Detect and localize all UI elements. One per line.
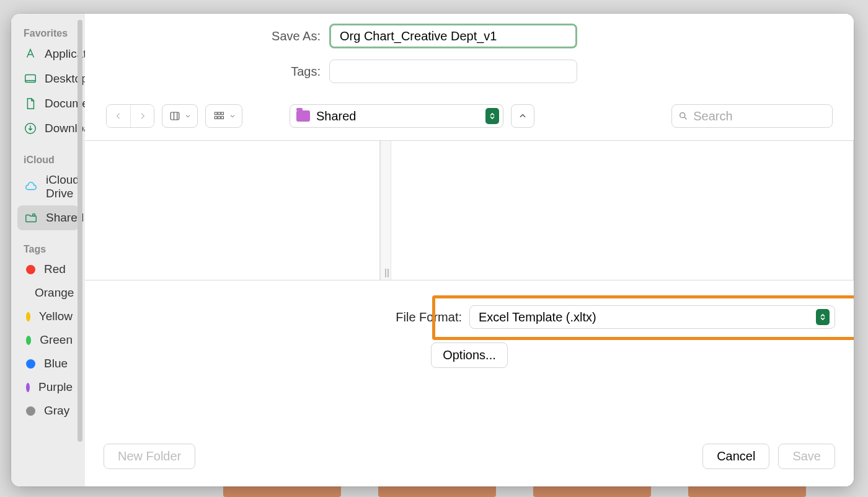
tags-input[interactable] <box>329 60 577 83</box>
svg-rect-9 <box>221 117 224 119</box>
finder-toolbar: Shared <box>85 101 854 140</box>
sidebar-tag-purple[interactable]: Purple <box>17 375 79 399</box>
browser-column[interactable] <box>559 141 854 280</box>
group-view-button[interactable] <box>205 104 242 128</box>
chevron-right-icon <box>138 112 147 120</box>
svg-rect-8 <box>218 117 221 119</box>
browser-column[interactable] <box>391 141 559 280</box>
grip-icon <box>385 269 386 277</box>
group-icon <box>212 110 226 122</box>
sidebar-item-downloads[interactable]: Downloads <box>17 116 79 141</box>
save-as-input[interactable] <box>329 24 577 48</box>
sidebar-tag-blue[interactable]: Blue <box>17 352 79 375</box>
shared-folder-icon <box>24 210 38 225</box>
column-resize-handle[interactable] <box>380 141 391 280</box>
sidebar-item-label: Yellow <box>39 310 73 323</box>
cancel-button[interactable]: Cancel <box>702 444 769 469</box>
sidebar-scrollbar[interactable] <box>78 20 82 442</box>
sidebar-item-label: iCloud Drive <box>46 173 79 200</box>
sidebar-item-desktop[interactable]: Desktop <box>17 66 79 91</box>
column-view-button[interactable] <box>162 104 198 128</box>
search-field[interactable] <box>671 104 833 128</box>
chevron-left-icon <box>114 112 123 120</box>
sidebar-item-label: Orange <box>35 286 74 300</box>
dialog-footer: New Folder Cancel Save <box>85 444 854 486</box>
dialog-main: Save As: Tags: <box>85 14 854 486</box>
save-as-label: Save As: <box>110 29 321 43</box>
sidebar-item-documents[interactable]: Documents <box>17 91 79 116</box>
tag-dot-icon <box>26 359 35 369</box>
sidebar-item-icloud-drive[interactable]: iCloud Drive <box>17 168 79 205</box>
cloud-icon <box>24 179 38 194</box>
chevron-down-icon <box>229 113 236 119</box>
sidebar-item-label: Blue <box>44 357 68 370</box>
sidebar-tag-yellow[interactable]: Yellow <box>17 305 79 328</box>
tags-label: Tags: <box>110 65 321 79</box>
updown-stepper-icon <box>816 309 830 325</box>
tag-dot-icon <box>26 265 35 274</box>
tag-dot-icon <box>26 336 31 345</box>
options-button[interactable]: Options... <box>431 343 508 368</box>
svg-rect-3 <box>170 112 179 120</box>
sidebar-section-tags: Tags <box>17 239 79 257</box>
documents-icon <box>24 96 37 111</box>
sidebar-item-label: Purple <box>38 380 73 394</box>
save-dialog: Favorites Applications Desktop Documents… <box>11 14 854 486</box>
tag-dot-icon <box>26 383 30 392</box>
new-folder-button[interactable]: New Folder <box>104 444 195 469</box>
tag-dot-icon <box>26 406 35 416</box>
tag-dot-icon <box>26 312 30 321</box>
sidebar-item-shared[interactable]: Shared <box>17 205 79 230</box>
svg-rect-7 <box>215 117 217 119</box>
desktop-icon <box>24 71 37 86</box>
chevron-up-icon <box>518 112 527 120</box>
file-format-label: File Format: <box>265 310 462 325</box>
search-icon <box>678 110 688 122</box>
sidebar-item-label: Gray <box>44 404 69 418</box>
svg-rect-0 <box>25 75 36 83</box>
sidebar-section-favorites: Favorites <box>17 23 79 42</box>
applications-icon <box>24 47 37 61</box>
browser-column[interactable] <box>85 141 380 280</box>
sidebar-tag-green[interactable]: Green <box>17 328 79 352</box>
columns-icon <box>169 110 181 122</box>
svg-rect-4 <box>215 112 217 115</box>
sidebar-item-label: Red <box>44 262 66 276</box>
sidebar-tag-orange[interactable]: Orange <box>17 281 79 305</box>
nav-back-button[interactable] <box>107 105 130 127</box>
file-browser <box>85 140 854 280</box>
file-format-value: Excel Template (.xltx) <box>479 310 596 325</box>
sidebar-item-label: Green <box>40 333 73 347</box>
file-format-select[interactable]: Excel Template (.xltx) <box>469 305 835 329</box>
nav-forward-button[interactable] <box>130 105 154 127</box>
chevron-down-icon <box>185 113 191 119</box>
svg-point-2 <box>33 213 35 216</box>
location-name: Shared <box>316 109 479 123</box>
search-input[interactable] <box>693 109 826 123</box>
sidebar-tag-gray[interactable]: Gray <box>17 399 79 423</box>
sidebar-item-applications[interactable]: Applications <box>17 42 79 66</box>
sidebar: Favorites Applications Desktop Documents… <box>11 14 85 486</box>
svg-point-10 <box>680 113 685 118</box>
collapse-button[interactable] <box>511 104 534 128</box>
sidebar-tag-red[interactable]: Red <box>17 257 79 281</box>
svg-rect-5 <box>218 112 221 115</box>
updown-stepper-icon <box>485 108 499 124</box>
svg-rect-6 <box>221 112 224 115</box>
location-popup[interactable]: Shared <box>290 104 503 128</box>
sidebar-section-icloud: iCloud <box>17 150 79 168</box>
save-button[interactable]: Save <box>778 444 835 469</box>
nav-segment <box>106 104 154 128</box>
downloads-icon <box>24 121 37 136</box>
folder-icon <box>296 110 310 122</box>
